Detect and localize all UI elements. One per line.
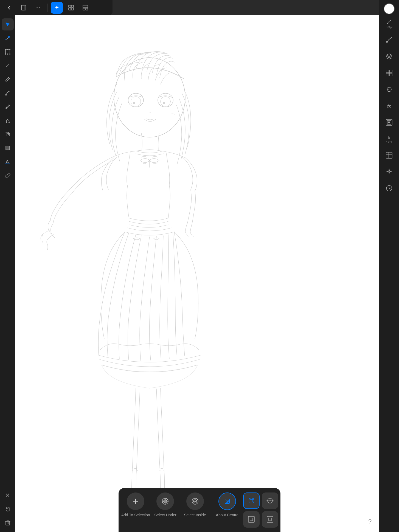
character-button[interactable]: a 12pt [382,132,396,146]
svg-point-10 [5,49,6,50]
svg-point-17 [6,108,7,109]
svg-point-55 [269,500,271,501]
help-button[interactable]: ? [364,516,376,528]
svg-rect-21 [6,521,10,525]
select-inside-icon [186,492,204,510]
svg-point-15 [7,54,8,55]
svg-rect-0 [21,5,26,10]
file-button[interactable] [18,2,30,14]
pencil-tool-button[interactable] [2,73,14,85]
left-sidebar: A ✕ [0,15,15,532]
toolbar-divider [47,4,47,12]
svg-point-13 [9,54,10,55]
bottom-toolbar: Add To Selection Select Under Select Ins… [119,488,280,532]
svg-rect-59 [269,518,271,521]
shape-tool-button[interactable] [2,142,14,154]
select-inner-button[interactable] [243,511,260,528]
layout-button[interactable] [79,2,91,14]
magic-button[interactable] [382,165,396,179]
more-button[interactable]: ··· [32,2,44,14]
transform-right-button[interactable] [382,148,396,162]
bottom-divider [211,495,211,517]
fill-tool-button[interactable] [2,114,14,126]
select-inside-button[interactable]: Select Inside [180,492,210,517]
svg-point-40 [150,112,151,113]
svg-rect-9 [5,50,10,54]
svg-rect-56 [248,516,254,522]
svg-point-36 [133,102,135,104]
svg-rect-2 [69,5,71,7]
brush-size-button[interactable]: 0.3pt [382,16,396,31]
svg-rect-31 [386,152,392,158]
top-toolbar: ··· ✦ [0,0,113,15]
about-centre-button[interactable]: About Centre [212,492,242,517]
select-inside-label: Select Inside [184,513,206,517]
svg-rect-57 [250,518,253,521]
svg-rect-24 [386,70,389,73]
svg-rect-30 [388,122,390,123]
transform-tool-button[interactable] [2,46,14,58]
svg-rect-25 [389,70,392,73]
svg-rect-27 [389,73,392,76]
pen-tool-button[interactable] [2,60,14,72]
svg-rect-1 [21,5,24,10]
svg-point-45 [192,498,198,504]
about-centre-icon [218,492,236,510]
fx-button[interactable]: fx [382,99,396,113]
select-tool-button[interactable] [2,18,14,30]
brush-settings-button[interactable] [382,33,396,47]
svg-point-11 [9,49,10,50]
brush-tool-button[interactable] [2,87,14,99]
svg-rect-4 [69,8,71,10]
svg-point-44 [164,500,167,503]
drawing-svg [15,15,379,532]
help-icon: ? [368,518,372,525]
bottom-right-group [243,492,278,528]
svg-rect-7 [83,8,85,10]
svg-point-22 [387,23,388,24]
color-circle[interactable] [384,3,395,14]
node-tool-button[interactable] [2,32,14,44]
erase-tool-button[interactable] [2,169,14,181]
crosshair-button[interactable] [262,492,278,509]
svg-point-39 [163,102,165,104]
right-sidebar: 0.3pt fx [379,0,399,532]
grid-view-right-button[interactable] [382,66,396,80]
svg-point-49 [227,501,228,502]
select-under-label: Select Under [154,513,176,517]
adjustments-button[interactable] [382,115,396,130]
add-to-selection-button[interactable]: Add To Selection [121,492,150,517]
close-button[interactable]: ✕ [2,489,14,501]
svg-point-34 [128,93,144,107]
character-size-label: 12pt [386,140,392,144]
back-button[interactable] [3,2,15,14]
svg-rect-26 [386,73,389,76]
svg-point-38 [161,97,170,106]
svg-point-37 [158,93,173,107]
svg-rect-6 [83,5,88,8]
history-button[interactable] [382,181,396,195]
rotate-button[interactable] [382,82,396,97]
canvas-area[interactable] [15,15,379,532]
select-under-icon [156,492,174,510]
grid-view-button[interactable] [65,2,77,14]
text-tool-button[interactable]: A [2,156,14,168]
affinity-button[interactable]: ✦ [51,2,63,14]
select-transform-button[interactable] [243,492,260,509]
eyedropper-tool-button[interactable] [2,101,14,113]
select-outer-button[interactable] [262,511,278,528]
undo-button[interactable] [2,503,14,515]
bottom-right-row-1 [243,492,278,509]
delete-button[interactable] [2,517,14,529]
canvas-content [15,15,379,532]
bottom-right-row-2 [243,511,278,528]
svg-rect-8 [86,8,88,10]
left-sidebar-bottom: ✕ [2,489,14,529]
svg-rect-5 [71,8,74,10]
select-under-button[interactable]: Select Under [150,492,180,517]
crop-tool-button[interactable] [2,128,14,140]
add-to-selection-label: Add To Selection [121,513,150,517]
svg-point-35 [131,97,141,106]
svg-rect-18 [6,146,10,150]
layers-button[interactable] [382,49,396,64]
